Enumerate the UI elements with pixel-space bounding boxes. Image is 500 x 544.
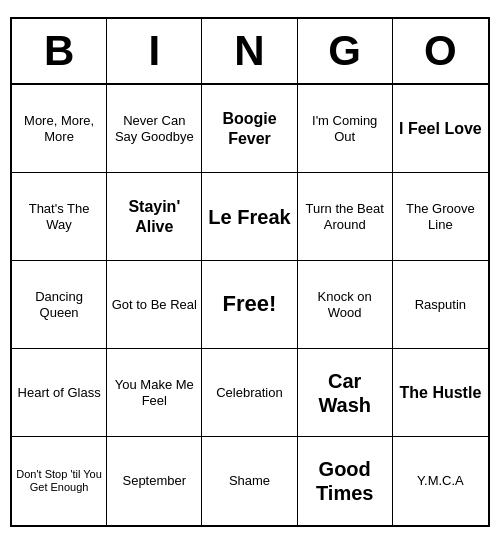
bingo-cell: Never Can Say Goodbye (107, 85, 202, 173)
bingo-card: BINGO More, More, MoreNever Can Say Good… (10, 17, 490, 527)
bingo-cell: Knock on Wood (298, 261, 393, 349)
bingo-cell: Stayin' Alive (107, 173, 202, 261)
header-letter: I (107, 19, 202, 83)
bingo-cell: Heart of Glass (12, 349, 107, 437)
bingo-cell: More, More, More (12, 85, 107, 173)
bingo-cell: Turn the Beat Around (298, 173, 393, 261)
bingo-cell: Good Times (298, 437, 393, 525)
bingo-cell: Rasputin (393, 261, 488, 349)
bingo-cell: Got to Be Real (107, 261, 202, 349)
bingo-header: BINGO (12, 19, 488, 85)
bingo-cell: Celebration (202, 349, 297, 437)
header-letter: N (202, 19, 297, 83)
bingo-cell: The Hustle (393, 349, 488, 437)
bingo-grid: More, More, MoreNever Can Say GoodbyeBoo… (12, 85, 488, 525)
bingo-cell: Shame (202, 437, 297, 525)
header-letter: G (298, 19, 393, 83)
bingo-cell: You Make Me Feel (107, 349, 202, 437)
bingo-cell: I Feel Love (393, 85, 488, 173)
header-letter: O (393, 19, 488, 83)
bingo-cell: Car Wash (298, 349, 393, 437)
bingo-cell: Dancing Queen (12, 261, 107, 349)
bingo-cell: The Groove Line (393, 173, 488, 261)
bingo-cell: Y.M.C.A (393, 437, 488, 525)
bingo-cell: That's The Way (12, 173, 107, 261)
bingo-cell: Free! (202, 261, 297, 349)
bingo-cell: Le Freak (202, 173, 297, 261)
bingo-cell: I'm Coming Out (298, 85, 393, 173)
header-letter: B (12, 19, 107, 83)
bingo-cell: Boogie Fever (202, 85, 297, 173)
bingo-cell: September (107, 437, 202, 525)
bingo-cell: Don't Stop 'til You Get Enough (12, 437, 107, 525)
